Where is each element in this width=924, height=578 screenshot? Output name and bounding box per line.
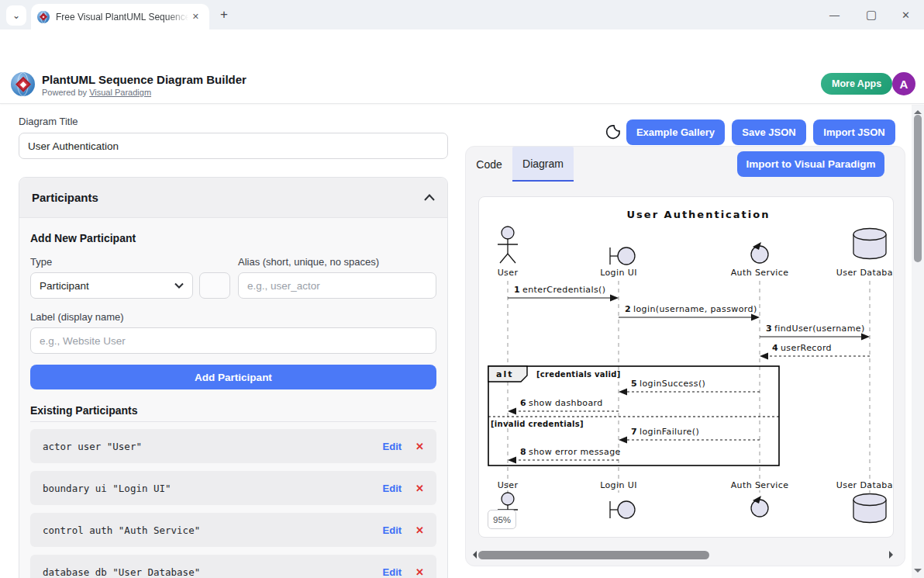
alias-input[interactable] xyxy=(238,272,436,299)
more-apps-button[interactable]: More Apps xyxy=(821,73,892,95)
message-number: 7 xyxy=(631,427,637,437)
add-participant-button[interactable]: Add Participant xyxy=(30,365,436,389)
diagram-title-label: Diagram Title xyxy=(19,116,78,127)
visual-paradigm-link[interactable]: Visual Paradigm xyxy=(89,88,151,97)
participant-label: User xyxy=(498,480,519,490)
powered-by: Powered by Visual Paradigm xyxy=(42,88,151,97)
tab-diagram[interactable]: Diagram xyxy=(512,147,574,182)
powered-by-prefix: Powered by xyxy=(42,88,87,97)
user-avatar[interactable]: A xyxy=(892,72,915,95)
type-select[interactable]: Participant xyxy=(30,272,193,299)
participant-row: control auth "Auth Service" Edit ✕ xyxy=(30,513,436,547)
window-close-button[interactable]: ✕ xyxy=(902,9,910,21)
page-scrollbar[interactable] xyxy=(912,105,924,578)
message-label: login(username, password) xyxy=(633,304,757,314)
import-json-button[interactable]: Import JSON xyxy=(813,119,895,145)
builder-panel: Code Diagram Import to Visual Paradigm U… xyxy=(465,146,905,566)
tab-search-button[interactable]: ⌄ xyxy=(6,5,26,26)
type-label: Type xyxy=(30,256,52,268)
edit-link[interactable]: Edit xyxy=(383,566,402,578)
alias-label: Alias (short, unique, no spaces) xyxy=(238,256,379,268)
participants-card-header[interactable]: Participants xyxy=(19,178,447,218)
message-number: 2 xyxy=(625,304,631,314)
participant-label: Login UI xyxy=(600,268,637,278)
new-tab-button[interactable]: + xyxy=(220,7,228,22)
message-number: 6 xyxy=(520,398,526,408)
message-label: findUser(username) xyxy=(774,324,865,334)
alt-guard-valid: [credentials valid] xyxy=(536,370,621,379)
arrowhead xyxy=(861,334,870,341)
edit-link[interactable]: Edit xyxy=(383,483,402,494)
participant-row: database db "User Database" Edit ✕ xyxy=(30,555,436,578)
edit-link[interactable]: Edit xyxy=(383,524,402,536)
tab-title: Free Visual PlantUML Sequence xyxy=(56,12,188,22)
add-new-participant-title: Add New Participant xyxy=(30,232,136,244)
save-json-button[interactable]: Save JSON xyxy=(732,119,806,145)
divider xyxy=(30,421,436,422)
delete-icon[interactable]: ✕ xyxy=(415,441,424,452)
participant-label: User xyxy=(498,268,519,278)
database-symbol-top xyxy=(853,229,886,259)
window-maximize-button[interactable]: ▢ xyxy=(866,8,877,22)
chevron-up-icon xyxy=(424,194,435,201)
diagram-canvas[interactable]: User Authentication xyxy=(478,196,894,538)
label-label: Label (display name) xyxy=(30,311,124,323)
participant-code: boundary ui "Login UI" xyxy=(43,483,383,494)
participants-title: Participants xyxy=(32,191,98,204)
alt-guard-invalid: [invalid credentials] xyxy=(491,420,584,428)
participant-label: Login UI xyxy=(600,480,637,490)
dark-mode-toggle[interactable] xyxy=(602,120,625,144)
app-logo xyxy=(11,72,35,96)
color-picker-box[interactable] xyxy=(199,272,230,299)
moon-icon xyxy=(605,123,622,140)
browser-tab[interactable]: Free Visual PlantUML Sequence ✕ xyxy=(31,4,209,29)
chevron-down-icon xyxy=(174,282,184,289)
scroll-right-arrow[interactable] xyxy=(889,551,897,559)
message-label: userRecord xyxy=(781,343,832,353)
diagram-title-input[interactable] xyxy=(19,133,448,159)
scroll-left-arrow[interactable] xyxy=(469,551,477,559)
window-minimize-button[interactable]: — xyxy=(829,9,840,21)
zoom-level-badge: 95% xyxy=(488,510,516,529)
message-label: loginSuccess() xyxy=(640,379,705,389)
label-input[interactable] xyxy=(30,327,436,354)
sequence-title: User Authentication xyxy=(627,209,771,220)
arrowhead xyxy=(760,353,768,360)
message-number: 4 xyxy=(772,343,778,353)
tab-close-icon[interactable]: ✕ xyxy=(188,9,203,24)
delete-icon[interactable]: ✕ xyxy=(415,483,424,494)
boundary-symbol-top xyxy=(610,247,635,265)
edit-link[interactable]: Edit xyxy=(383,441,402,452)
arrowhead xyxy=(751,314,760,321)
participant-label: Auth Service xyxy=(731,480,789,490)
message-label: loginFailure() xyxy=(640,427,699,437)
arrowhead xyxy=(508,457,516,464)
participant-code: control auth "Auth Service" xyxy=(43,524,383,536)
message-number: 1 xyxy=(514,285,520,295)
scroll-down-arrow[interactable] xyxy=(914,569,922,576)
example-gallery-button[interactable]: Example Gallery xyxy=(626,119,725,145)
boundary-symbol-bottom xyxy=(610,501,635,518)
app-header: PlantUML Sequence Diagram Builder Powere… xyxy=(0,66,924,104)
message-number: 8 xyxy=(520,447,526,457)
delete-icon[interactable]: ✕ xyxy=(415,566,424,578)
import-to-visual-paradigm-button[interactable]: Import to Visual Paradigm xyxy=(737,151,884,177)
screen: ⌄ Free Visual PlantUML Sequence ✕ + — ▢ … xyxy=(0,0,924,578)
message-label: enterCredentials() xyxy=(522,285,605,295)
chevron-down-icon: ⌄ xyxy=(12,10,20,21)
message-number: 3 xyxy=(766,324,772,334)
participant-row: actor user "User" Edit ✕ xyxy=(30,429,436,463)
horizontal-scrollbar-thumb[interactable] xyxy=(478,551,709,559)
browser-toolbar: ← → ⟳ ai-toolbox.visual-paradigm.com/app… xyxy=(0,29,924,66)
participant-label: User Database xyxy=(836,480,894,490)
tab-code[interactable]: Code xyxy=(466,147,512,182)
control-symbol-bottom xyxy=(751,496,768,517)
delete-icon[interactable]: ✕ xyxy=(415,524,424,536)
site-favicon xyxy=(37,11,50,23)
scroll-up-arrow[interactable] xyxy=(914,106,922,114)
arrowhead xyxy=(619,389,627,396)
message-label: show dashboard xyxy=(529,398,603,408)
message-number: 5 xyxy=(631,379,637,389)
vertical-scrollbar-thumb[interactable] xyxy=(914,115,922,262)
participants-card: Participants Add New Participant Type Pa… xyxy=(19,177,448,578)
